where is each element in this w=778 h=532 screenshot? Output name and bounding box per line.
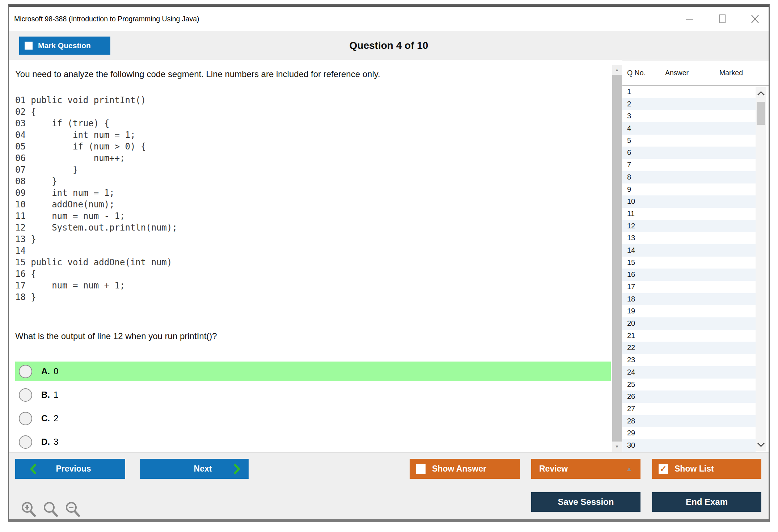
question-list-scrollbar[interactable] <box>756 87 766 451</box>
qlist-row[interactable]: 20 <box>622 317 756 330</box>
end-exam-button[interactable]: End Exam <box>652 492 761 512</box>
save-session-button[interactable]: Save Session <box>531 492 640 512</box>
qlist-row[interactable]: 14 <box>622 244 756 257</box>
qlist-row[interactable]: 2 <box>622 98 756 110</box>
show-answer-checkbox[interactable] <box>416 464 426 474</box>
qlist-row[interactable]: 25 <box>622 379 756 391</box>
qlist-row-number: 20 <box>627 319 635 327</box>
option-row[interactable]: A.0 <box>15 362 611 381</box>
question-list-rows: 1234567891011121314151617181920212223242… <box>622 86 756 452</box>
screenshot-page: Microsoft 98-388 (Introduction to Progra… <box>0 0 778 532</box>
radio-button[interactable] <box>19 435 32 449</box>
code-line: 03 if (true) { <box>15 118 177 129</box>
code-line: 18 } <box>15 291 177 303</box>
option-row[interactable]: C.2 <box>15 409 611 428</box>
titlebar: Microsoft 98-388 (Introduction to Progra… <box>9 7 769 31</box>
code-line: 02 { <box>15 106 177 118</box>
qlist-row[interactable]: 26 <box>622 390 756 403</box>
zoom-in-icon[interactable] <box>20 500 37 518</box>
qlist-row[interactable]: 17 <box>622 281 756 293</box>
qlist-row[interactable]: 3 <box>622 110 756 122</box>
radio-button[interactable] <box>19 388 32 402</box>
qlist-row[interactable]: 23 <box>622 354 756 366</box>
qlist-row-number: 5 <box>627 136 631 144</box>
qlist-row[interactable]: 12 <box>622 220 756 232</box>
qlist-row-number: 10 <box>627 197 635 205</box>
code-line: 10 addOne(num); <box>15 199 177 210</box>
close-icon[interactable] <box>749 13 761 25</box>
qlist-row-number: 7 <box>627 161 631 169</box>
option-letter: B. <box>41 390 50 400</box>
qlist-row[interactable]: 4 <box>622 122 756 135</box>
qlist-row[interactable]: 19 <box>622 305 756 317</box>
qlist-row-number: 28 <box>627 417 635 425</box>
mark-question-button[interactable]: Mark Question <box>19 37 110 55</box>
code-line: 07 } <box>15 164 177 176</box>
qlist-row[interactable]: 21 <box>622 330 756 342</box>
qlist-row-number: 18 <box>627 295 635 303</box>
qlist-row[interactable]: 10 <box>622 195 756 208</box>
app-window: Microsoft 98-388 (Introduction to Progra… <box>8 4 770 522</box>
show-list-checkbox[interactable]: ✓ <box>659 464 668 474</box>
review-label: Review <box>539 464 568 474</box>
qlist-row[interactable]: 29 <box>622 427 756 439</box>
chevron-right-icon <box>233 463 241 477</box>
chevron-up-icon[interactable] <box>756 88 766 99</box>
content-scrollbar[interactable]: ▲ ▼ <box>612 65 622 452</box>
qlist-row-number: 19 <box>627 307 635 315</box>
code-line: 14 <box>15 245 177 257</box>
code-line: 05 if (num > 0) { <box>15 141 177 152</box>
zoom-tools <box>20 500 81 518</box>
qlist-row[interactable]: 9 <box>622 183 756 196</box>
show-list-button[interactable]: ✓ Show List <box>652 459 761 479</box>
radio-button[interactable] <box>19 365 32 378</box>
qlist-row-number: 8 <box>627 173 631 181</box>
zoom-out-icon[interactable] <box>64 500 81 518</box>
review-button[interactable]: Review ▲ <box>531 459 640 479</box>
qlist-row[interactable]: 30 <box>622 439 756 452</box>
header-bar: Question 4 of 10 Mark Question <box>9 31 769 60</box>
qlist-row-number: 15 <box>627 258 635 266</box>
qlist-row[interactable]: 11 <box>622 208 756 220</box>
next-button[interactable]: Next <box>140 459 249 479</box>
qlist-row[interactable]: 28 <box>622 415 756 427</box>
qlist-row[interactable]: 24 <box>622 366 756 379</box>
previous-button[interactable]: Previous <box>15 459 125 479</box>
scroll-up-icon[interactable]: ▲ <box>612 65 622 75</box>
qlist-row[interactable]: 22 <box>622 342 756 354</box>
code-line: 12 System.out.println(num); <box>15 222 177 233</box>
qlist-row-number: 13 <box>627 234 635 242</box>
code-line: 15 public void addOne(int num) <box>15 257 177 268</box>
qlist-row-number: 17 <box>627 283 635 291</box>
qlist-row[interactable]: 7 <box>622 159 756 171</box>
qlist-row[interactable]: 16 <box>622 269 756 281</box>
window-controls <box>684 7 761 31</box>
qlist-row[interactable]: 1 <box>622 86 756 98</box>
minimize-icon[interactable] <box>684 13 695 25</box>
option-letter: D. <box>41 437 50 447</box>
code-line: 13 } <box>15 233 177 245</box>
qlist-row-number: 1 <box>627 88 631 96</box>
qlist-row[interactable]: 18 <box>622 293 756 305</box>
answer-options: A.0B.1C.2D.3 <box>15 362 611 452</box>
qlist-row[interactable]: 27 <box>622 403 756 415</box>
qlist-row-number: 24 <box>627 368 635 376</box>
scroll-down-icon[interactable]: ▼ <box>612 442 622 452</box>
qlist-row[interactable]: 13 <box>622 232 756 244</box>
qlist-row[interactable]: 8 <box>622 171 756 183</box>
show-answer-button[interactable]: Show Answer <box>410 459 520 479</box>
qlist-row-number: 6 <box>627 148 631 156</box>
radio-button[interactable] <box>19 412 32 425</box>
qlist-scroll-thumb[interactable] <box>757 102 765 125</box>
qlist-row[interactable]: 15 <box>622 257 756 269</box>
qlist-row[interactable]: 5 <box>622 135 756 147</box>
qlist-row[interactable]: 6 <box>622 147 756 159</box>
next-label: Next <box>194 464 212 474</box>
option-row[interactable]: D.3 <box>15 432 611 452</box>
chevron-down-icon[interactable] <box>756 439 766 450</box>
maximize-icon[interactable] <box>716 13 728 25</box>
magnifier-icon[interactable] <box>42 500 59 518</box>
option-row[interactable]: B.1 <box>15 385 611 405</box>
mark-question-checkbox[interactable] <box>25 42 33 50</box>
code-line: 17 num = num + 1; <box>15 280 177 291</box>
